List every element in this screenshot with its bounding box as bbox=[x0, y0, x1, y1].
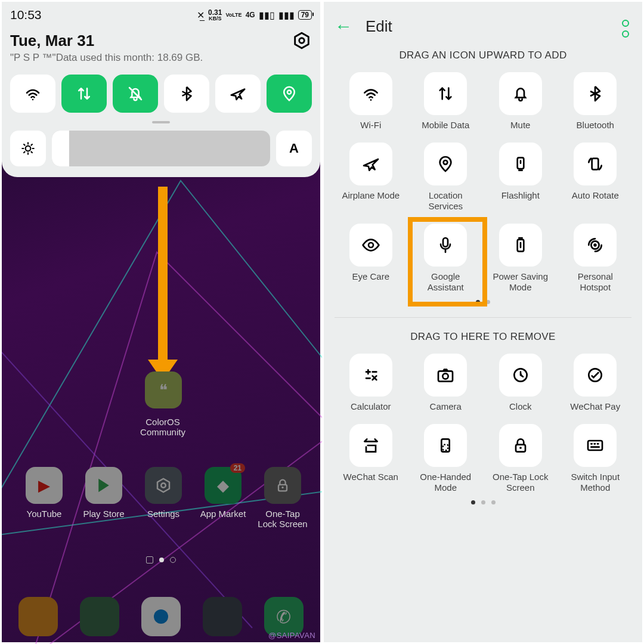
edit-header: ← Edit bbox=[324, 2, 642, 41]
tile-data[interactable]: Mobile Data bbox=[410, 67, 482, 135]
signal-icon: ▮▮▮ bbox=[278, 10, 295, 21]
tile-bell[interactable]: Mute bbox=[484, 67, 557, 135]
scan-icon bbox=[349, 424, 392, 467]
status-bar: 10:53 ✕̲ 0.31KB/S VoLTE 4G ▮▮▯ ▮▮▮ 79 bbox=[10, 8, 312, 22]
tile-label: Auto Rotate bbox=[572, 190, 619, 201]
tile-lock[interactable]: One-Tap Lock Screen bbox=[484, 419, 557, 498]
tile-label: Wi-Fi bbox=[360, 120, 381, 131]
tile-label: Switch Input Method bbox=[562, 472, 628, 493]
drag-handle[interactable] bbox=[152, 121, 170, 123]
bluetooth-toggle[interactable] bbox=[164, 75, 209, 113]
flash-icon bbox=[499, 143, 542, 185]
plane-icon bbox=[349, 143, 392, 185]
dock-app[interactable] bbox=[80, 597, 119, 636]
tile-eye[interactable]: Eye Care bbox=[335, 219, 407, 298]
location-toggle[interactable] bbox=[267, 75, 312, 113]
chat-icon: ❝ bbox=[159, 381, 168, 400]
keyboard-icon bbox=[574, 424, 617, 467]
lock-icon bbox=[499, 424, 542, 467]
remove-hint: DRAG TO HERE TO REMOVE bbox=[324, 331, 642, 343]
onehand-icon bbox=[424, 424, 467, 467]
app-label: YouTube bbox=[14, 509, 74, 519]
dock-app[interactable] bbox=[18, 597, 58, 636]
airplane-toggle[interactable] bbox=[215, 75, 261, 113]
brightness-icon bbox=[10, 131, 46, 166]
dock-app[interactable] bbox=[141, 597, 181, 636]
play-icon bbox=[95, 476, 113, 494]
bell-icon bbox=[499, 72, 542, 115]
app-label: ColorOS Community bbox=[133, 417, 193, 437]
watermark: @SAIPAVAN bbox=[268, 631, 315, 640]
tile-batt[interactable]: Power Saving Mode bbox=[484, 219, 557, 298]
tile-label: Power Saving Mode bbox=[488, 271, 553, 293]
brightness-row: A bbox=[10, 131, 312, 166]
auto-brightness-toggle[interactable]: A bbox=[276, 131, 312, 166]
clock-icon bbox=[499, 354, 542, 397]
mobile-data-toggle[interactable] bbox=[61, 75, 107, 113]
data-icon bbox=[424, 72, 467, 115]
annotation-highlight bbox=[408, 217, 488, 306]
app-coloros-community[interactable]: ❝ bbox=[145, 371, 182, 408]
tile-keyboard[interactable]: Switch Input Method bbox=[559, 419, 632, 498]
app-lock-screen[interactable] bbox=[264, 467, 301, 504]
quick-toggles bbox=[10, 75, 312, 113]
notification-shade[interactable]: 10:53 ✕̲ 0.31KB/S VoLTE 4G ▮▮▯ ▮▮▮ 79 Tu… bbox=[2, 2, 320, 177]
app-youtube[interactable]: ▶ bbox=[26, 467, 63, 504]
clock: 10:53 bbox=[10, 8, 42, 22]
tile-label: One-Handed Mode bbox=[413, 472, 478, 493]
wpay-icon bbox=[574, 354, 617, 397]
tile-label: WeChat Scan bbox=[343, 472, 398, 482]
tile-wpay[interactable]: WeChat Pay bbox=[559, 349, 632, 417]
network-icon: 4G bbox=[246, 11, 255, 19]
app-settings[interactable] bbox=[145, 467, 182, 504]
app-app-market[interactable]: ◆ 21 bbox=[205, 467, 242, 504]
pin-icon bbox=[424, 143, 467, 185]
app-label: Settings bbox=[134, 509, 193, 519]
tile-label: Calculator bbox=[351, 401, 391, 412]
tile-label: WeChat Pay bbox=[570, 401, 620, 412]
gear-icon bbox=[154, 476, 172, 494]
wifi-toggle[interactable] bbox=[10, 75, 55, 113]
dock-app[interactable] bbox=[203, 597, 242, 636]
back-icon[interactable]: ← bbox=[335, 16, 352, 36]
tile-label: Mobile Data bbox=[422, 120, 469, 131]
tile-label: Eye Care bbox=[352, 271, 389, 282]
speed-indicator: 0.31KB/S bbox=[208, 9, 222, 21]
tile-flash[interactable]: Flashlight bbox=[484, 138, 557, 216]
app-label: App Market bbox=[193, 509, 253, 519]
tile-wifi[interactable]: Wi-Fi bbox=[335, 67, 407, 135]
app-play-store[interactable] bbox=[85, 467, 122, 504]
tile-label: Bluetooth bbox=[577, 120, 614, 131]
tile-label: One-Tap Lock Screen bbox=[488, 472, 553, 493]
more-icon[interactable] bbox=[622, 20, 629, 38]
calc-icon bbox=[349, 354, 392, 397]
settings-icon[interactable] bbox=[292, 30, 312, 51]
eye-icon bbox=[349, 224, 392, 267]
tile-clock[interactable]: Clock bbox=[484, 349, 557, 417]
page-indicator bbox=[146, 556, 176, 564]
tile-hotspot[interactable]: Personal Hotspot bbox=[559, 219, 632, 298]
tile-pin[interactable]: Location Services bbox=[410, 138, 482, 216]
tile-onehand[interactable]: One-Handed Mode bbox=[410, 419, 482, 498]
notification-badge: 21 bbox=[230, 463, 245, 473]
tile-label: Camera bbox=[430, 401, 462, 412]
dnd-icon: ✕̲ bbox=[197, 10, 205, 21]
page-title: Edit bbox=[366, 17, 392, 36]
tile-rotate[interactable]: Auto Rotate bbox=[559, 138, 632, 216]
tile-label: Location Services bbox=[413, 190, 478, 212]
lock-icon bbox=[274, 477, 291, 494]
annotation-arrow bbox=[158, 187, 168, 371]
brightness-slider[interactable] bbox=[52, 131, 270, 166]
tile-label: Mute bbox=[510, 120, 530, 131]
tile-calc[interactable]: Calculator bbox=[335, 349, 407, 417]
battery-indicator: 79 bbox=[298, 10, 312, 20]
tile-label: Clock bbox=[509, 401, 532, 412]
tile-bt[interactable]: Bluetooth bbox=[559, 67, 632, 135]
tile-scan[interactable]: WeChat Scan bbox=[335, 419, 407, 498]
cam-icon bbox=[424, 354, 467, 397]
tile-label: Flashlight bbox=[501, 190, 540, 201]
app-label: Play Store bbox=[74, 509, 134, 519]
tile-plane[interactable]: Airplane Mode bbox=[335, 138, 407, 216]
mute-toggle[interactable] bbox=[113, 75, 158, 113]
tile-cam[interactable]: Camera bbox=[410, 349, 482, 417]
